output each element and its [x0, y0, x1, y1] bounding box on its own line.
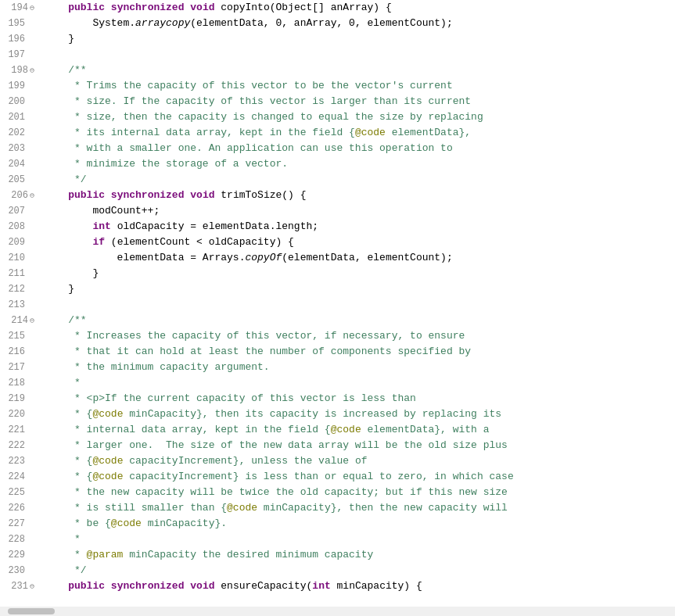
line-number-area: 211 — [0, 267, 38, 281]
line-number-area: 214⊖ — [0, 313, 38, 328]
line-number-area: 217 — [0, 360, 38, 375]
line-number-area: 222 — [0, 439, 38, 453]
code-line: 222 * larger one. The size of the new da… — [0, 438, 675, 453]
code-line: 212 } — [0, 281, 675, 297]
token — [44, 236, 92, 248]
line-number: 195 — [8, 16, 25, 31]
line-number-area: 209 — [0, 235, 38, 250]
token: * { — [44, 455, 92, 467]
line-number-area: 210 — [0, 251, 38, 266]
code-line: 224 * {@code capacityIncrement} is less … — [0, 469, 675, 485]
code-content: * size, then the capacity is changed to … — [38, 109, 675, 124]
token: int — [312, 580, 330, 592]
token: */ — [44, 564, 87, 576]
token: minCapacity the desired minimum capacity — [123, 549, 373, 560]
code-content: */ — [38, 563, 675, 578]
token: ensureCapacity( — [215, 580, 313, 592]
line-number: 217 — [8, 360, 25, 375]
fold-icon[interactable]: ⊖ — [30, 579, 34, 594]
code-content — [38, 47, 675, 62]
fold-icon[interactable]: ⊖ — [30, 63, 34, 78]
scrollbar-thumb[interactable] — [8, 608, 55, 614]
code-content: * — [38, 532, 675, 546]
code-content: } — [38, 281, 675, 296]
code-line: 203 * with a smaller one. An application… — [0, 141, 675, 156]
code-content: * with a smaller one. An application can… — [38, 141, 675, 156]
token: @code — [92, 408, 123, 420]
code-content: } — [38, 266, 675, 281]
token — [105, 580, 111, 592]
code-content: public synchronized void trimToSize() { — [38, 188, 675, 202]
line-number: 230 — [8, 564, 25, 578]
line-number-area: 220 — [0, 407, 38, 422]
token: void — [190, 580, 214, 592]
line-number: 219 — [8, 392, 25, 406]
token: * be { — [44, 518, 111, 529]
line-number-area: 195 — [0, 16, 38, 31]
code-content: } — [38, 31, 675, 46]
token: elementData}, with a — [361, 424, 490, 435]
token: int — [92, 220, 110, 232]
line-number-area: 231⊖ — [0, 579, 38, 594]
token: synchronized — [111, 189, 185, 201]
line-number: 199 — [8, 79, 25, 94]
code-content: * {@code capacityIncrement} is less than… — [38, 469, 675, 484]
line-number-area: 228 — [0, 532, 38, 547]
line-number-area: 221 — [0, 423, 38, 438]
line-number: 202 — [8, 126, 25, 141]
line-number: 224 — [8, 470, 25, 485]
horizontal-scrollbar[interactable] — [0, 607, 675, 616]
token: @param — [87, 549, 124, 560]
token: * Trims the capacity of this vector to b… — [44, 80, 453, 91]
token: * minimize the storage of a vector. — [44, 158, 288, 170]
line-number: 209 — [8, 235, 25, 250]
token: trimToSize() { — [215, 189, 307, 201]
line-number-area: 198⊖ — [0, 63, 38, 78]
code-content: * the new capacity will be twice the old… — [38, 485, 675, 500]
code-content: public synchronized void ensureCapacity(… — [38, 578, 675, 593]
line-number-area: 205 — [0, 173, 38, 188]
code-content: elementData = Arrays.copyOf(elementData,… — [38, 250, 675, 265]
token: @code — [331, 424, 361, 435]
line-number: 212 — [8, 282, 25, 297]
token: * the new capacity will be twice the old… — [44, 486, 508, 498]
line-number-area: 223 — [0, 454, 38, 469]
line-number: 206 — [11, 188, 28, 203]
code-content: */ — [38, 172, 675, 187]
token: /** — [44, 64, 87, 76]
code-line: 216 * that it can hold at least the numb… — [0, 344, 675, 360]
line-number-area: 208 — [0, 220, 38, 235]
code-content: * Trims the capacity of this vector to b… — [38, 78, 675, 93]
line-number-area: 227 — [0, 517, 38, 532]
token: elementData}, — [386, 127, 471, 138]
code-line: 231⊖ public synchronized void ensureCapa… — [0, 578, 675, 594]
token: minCapacity) { — [331, 580, 422, 592]
code-line: 215 * Increases the capacity of this vec… — [0, 328, 675, 344]
fold-icon[interactable]: ⊖ — [30, 313, 34, 328]
code-line: 194⊖ public synchronized void copyInto(O… — [0, 0, 675, 16]
line-number: 216 — [8, 345, 25, 360]
code-line: 226 * is still smaller than {@code minCa… — [0, 500, 675, 516]
fold-icon[interactable]: ⊖ — [30, 1, 34, 16]
code-line: 200 * size. If the capacity of this vect… — [0, 94, 675, 109]
line-number: 218 — [8, 376, 25, 391]
line-number: 215 — [8, 329, 25, 344]
line-number-area: 226 — [0, 501, 38, 516]
code-content: * {@code minCapacity}, then its capacity… — [38, 406, 675, 421]
code-line: 206⊖ public synchronized void trimToSize… — [0, 188, 675, 203]
code-content: * larger one. The size of the new data a… — [38, 438, 675, 453]
code-content: public synchronized void copyInto(Object… — [38, 0, 675, 15]
line-number-area: 230 — [0, 564, 38, 578]
code-content — [38, 297, 675, 312]
code-line: 225 * the new capacity will be twice the… — [0, 485, 675, 500]
code-line: 228 * — [0, 532, 675, 547]
code-line: 197 — [0, 47, 675, 63]
code-content: * the minimum capacity argument. — [38, 360, 675, 374]
line-number-area: 194⊖ — [0, 1, 38, 16]
token: } — [44, 283, 74, 295]
token: @code — [92, 455, 123, 467]
token: System. — [44, 17, 135, 29]
token: * <p>If the current capacity of this vec… — [44, 392, 416, 404]
line-number: 197 — [8, 48, 25, 63]
fold-icon[interactable]: ⊖ — [30, 188, 34, 203]
